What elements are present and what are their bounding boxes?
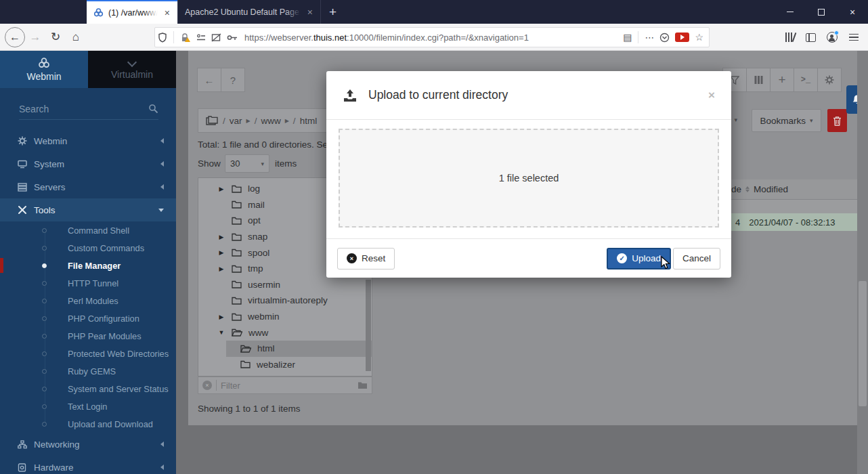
- breadcrumb-item-html[interactable]: html: [300, 116, 318, 126]
- tree-item-www[interactable]: ▼www: [198, 324, 372, 341]
- history-back-button[interactable]: ←: [197, 68, 221, 92]
- sidebar-item-upload-and-download[interactable]: Upload and Download: [0, 415, 176, 433]
- permissions-icon[interactable]: [194, 33, 209, 42]
- tree-item-html[interactable]: html: [198, 341, 372, 357]
- breadcrumb-item-var[interactable]: var: [230, 116, 242, 126]
- dropzone-status: 1 file selected: [499, 173, 559, 184]
- page-scrollbar[interactable]: [857, 51, 868, 474]
- sidebars-icon[interactable]: [806, 33, 816, 42]
- clear-filter-icon[interactable]: ×: [202, 381, 212, 390]
- tab-file-manager[interactable]: (1) /var/www/html - File Mana ×: [87, 0, 177, 24]
- folder-icon: [232, 185, 242, 193]
- sidebar-item-custom-commands[interactable]: Custom Commands: [0, 239, 176, 257]
- expander-icon[interactable]: ▼: [217, 329, 225, 336]
- sidebar-item-command-shell[interactable]: Command Shell: [0, 221, 176, 239]
- tab-close-icon[interactable]: ×: [162, 7, 172, 18]
- table-row[interactable]: [718, 200, 857, 213]
- tree-item-usermin[interactable]: usermin: [198, 277, 372, 293]
- webmin-sidebar: Webmin Virtualmin Webmin: [0, 51, 176, 474]
- display-icon: [18, 160, 27, 169]
- bookmark-star-icon[interactable]: ☆: [692, 32, 706, 43]
- tree-item-virtualmin-autoreply[interactable]: virtualmin-autoreply: [198, 293, 372, 309]
- window-minimize-button[interactable]: [775, 0, 806, 24]
- search-input[interactable]: [19, 104, 148, 114]
- sidebar-item-protected-web-directories[interactable]: Protected Web Directories: [0, 345, 176, 362]
- upload-dropzone[interactable]: 1 file selected: [339, 129, 719, 228]
- check-icon: ✓: [617, 253, 627, 263]
- tree-scrollbar[interactable]: [366, 280, 371, 371]
- blocked-permission-icon[interactable]: [209, 33, 224, 42]
- filter-input[interactable]: [221, 381, 353, 391]
- sidebar-item-networking[interactable]: Networking: [0, 433, 176, 456]
- folder-icon: [232, 233, 242, 241]
- library-icon[interactable]: [782, 33, 798, 42]
- reset-button[interactable]: × Reset: [337, 248, 395, 270]
- window-maximize-button[interactable]: [806, 0, 837, 24]
- tree-item-webalizer[interactable]: webalizer: [198, 357, 372, 373]
- columns-button[interactable]: [746, 68, 771, 92]
- url-text[interactable]: https://webserver.thuis.net:10000/filemi…: [244, 33, 620, 43]
- tracking-shield-icon[interactable]: [155, 33, 170, 43]
- sidebar-item-text-login[interactable]: Text Login: [0, 397, 176, 415]
- sidebar-search[interactable]: [19, 98, 158, 120]
- youtube-icon[interactable]: [675, 33, 689, 42]
- scrollbar-thumb[interactable]: [859, 281, 867, 406]
- folder-filter-icon[interactable]: [357, 381, 368, 389]
- table-row-selected[interactable]: 4 2021/04/07 - 08:32:13: [718, 213, 857, 231]
- sidebar-item-ruby-gems[interactable]: Ruby GEMS: [0, 362, 176, 380]
- new-tab-button[interactable]: +: [321, 0, 345, 24]
- lock-warning-icon[interactable]: [177, 33, 194, 43]
- trash-button[interactable]: [827, 109, 847, 132]
- expander-icon[interactable]: ▶: [217, 249, 225, 256]
- sidebar-item-file-manager[interactable]: File Manager: [0, 257, 176, 274]
- sidebar-item-webmin[interactable]: Webmin: [0, 129, 176, 152]
- tab-apache-default[interactable]: Apache2 Ubuntu Default Page: It w ×: [177, 0, 321, 24]
- sidebar-tab-virtualmin[interactable]: Virtualmin: [88, 51, 176, 88]
- back-button[interactable]: ←: [5, 27, 25, 47]
- settings-button[interactable]: [817, 68, 842, 92]
- sidebar-item-php-pear-modules[interactable]: PHP Pear Modules: [0, 327, 176, 345]
- show-items-select[interactable]: 30▾: [225, 154, 269, 173]
- sidebar-item-http-tunnel[interactable]: HTTP Tunnel: [0, 274, 176, 292]
- tree-item-webmin[interactable]: ▶webmin: [198, 309, 372, 325]
- modal-close-icon[interactable]: ×: [708, 89, 715, 102]
- expander-icon[interactable]: ▶: [217, 314, 225, 320]
- menu-hamburger-icon[interactable]: [845, 34, 863, 41]
- sidebar-item-servers[interactable]: Servers: [0, 175, 176, 198]
- page-actions-icon[interactable]: ⋯: [642, 32, 657, 43]
- create-button[interactable]: +: [770, 68, 794, 92]
- home-button[interactable]: ⌂: [66, 27, 86, 47]
- mouse-cursor: [661, 256, 672, 271]
- reload-button[interactable]: ↻: [45, 27, 66, 47]
- sidebar-item-label: Tools: [34, 205, 56, 215]
- window-close-button[interactable]: ×: [837, 0, 868, 24]
- tab-close-icon[interactable]: ×: [305, 7, 315, 18]
- key-icon[interactable]: [224, 34, 240, 41]
- funnel-icon: [730, 76, 739, 85]
- cancel-button[interactable]: Cancel: [673, 248, 720, 270]
- breadcrumb-item-www[interactable]: www: [261, 116, 280, 126]
- sidebar-tab-label: Webmin: [26, 71, 61, 82]
- reader-mode-icon[interactable]: ▤: [620, 32, 634, 43]
- sidebar-tab-webmin[interactable]: Webmin: [0, 51, 88, 88]
- help-button[interactable]: ?: [221, 68, 245, 92]
- expander-icon[interactable]: ▶: [217, 234, 225, 240]
- forward-button[interactable]: →: [25, 27, 45, 47]
- table-header-row[interactable]: de Modified: [718, 179, 857, 200]
- pocket-icon[interactable]: [657, 33, 672, 43]
- sidebar-item-tools[interactable]: Tools: [0, 198, 176, 221]
- terminal-button[interactable]: >_: [794, 68, 818, 92]
- bullet-icon: [42, 387, 47, 391]
- sidebar-item-hardware[interactable]: Hardware: [0, 456, 176, 474]
- expander-icon[interactable]: ▶: [217, 186, 225, 192]
- chip-icon: [18, 463, 26, 472]
- chevron-left-icon: [160, 161, 164, 167]
- expander-icon[interactable]: ▶: [217, 265, 225, 272]
- url-bar[interactable]: https://webserver.thuis.net:10000/filemi…: [154, 27, 710, 47]
- sidebar-item-perl-modules[interactable]: Perl Modules: [0, 292, 176, 309]
- bookmarks-dropdown[interactable]: Bookmarks▾: [752, 109, 821, 132]
- sidebar-item-system[interactable]: System: [0, 152, 176, 175]
- sidebar-item-system-and-server-status[interactable]: System and Server Status: [0, 380, 176, 397]
- sidebar-item-php-configuration[interactable]: PHP Configuration: [0, 309, 176, 327]
- account-icon[interactable]: [827, 32, 838, 43]
